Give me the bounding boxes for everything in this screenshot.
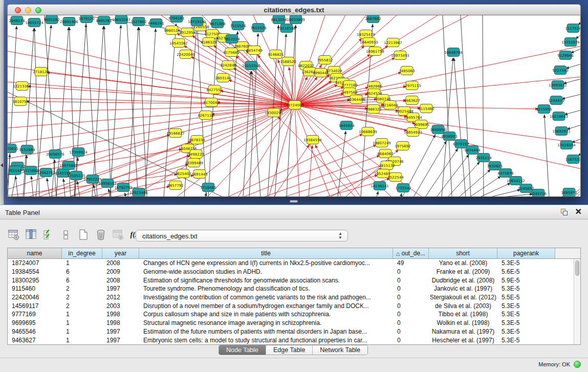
graph-node[interactable]: 10399489 — [185, 159, 203, 167]
graph-node[interactable]: 1117524 — [565, 24, 581, 33]
table-cell[interactable]: 14569117 — [8, 301, 62, 310]
table-cell[interactable]: 18724007 — [8, 259, 62, 268]
table-cell[interactable]: Estimation of significance thresholds fo… — [139, 276, 393, 285]
table-cell[interactable]: Corpus callosum shape and size in male p… — [139, 310, 393, 319]
graph-node[interactable]: 9699695 — [413, 120, 429, 129]
graph-edge[interactable] — [401, 193, 402, 197]
table-cell[interactable]: 18300295 — [8, 276, 62, 285]
graph-node[interactable]: 9151684 — [19, 145, 35, 154]
graph-edge[interactable] — [31, 176, 33, 197]
graph-node[interactable]: 18807249 — [373, 139, 391, 147]
graph-node[interactable]: 8170042 — [203, 98, 219, 107]
graph-node[interactable]: 8267110 — [198, 111, 213, 120]
table-row[interactable]: 1938455462009Genome-wide association stu… — [8, 268, 574, 276]
graph-node[interactable]: 2520655 — [8, 144, 18, 153]
network-view-window[interactable]: citations_edges.txt 18724007183002951938… — [7, 4, 581, 197]
graph-node[interactable]: 1588520 — [280, 57, 296, 66]
table-cell[interactable]: 5.6E-5 — [497, 268, 555, 276]
graph-node[interactable]: 7485063 — [399, 67, 415, 75]
graph-node[interactable]: 8813054 — [271, 15, 287, 24]
graph-node[interactable]: 8938923 — [441, 132, 457, 141]
graph-node[interactable]: 9245716 — [530, 189, 547, 198]
graph-node[interactable]: 8216044 — [382, 101, 398, 110]
table-cell[interactable]: 5.3E-5 — [497, 301, 555, 310]
graph-node[interactable]: 12213363 — [13, 82, 31, 91]
left-panel-collapsed-strip[interactable] — [0, 0, 4, 205]
graph-node[interactable]: 1845924 — [338, 121, 355, 130]
graph-node[interactable]: 9857791 — [167, 181, 183, 190]
graph-node[interactable]: 20891406 — [60, 17, 78, 26]
graph-node[interactable]: 19166827 — [166, 129, 185, 138]
graph-node[interactable]: 1815132 — [379, 161, 395, 170]
graph-node[interactable]: 2687682 — [365, 15, 381, 23]
panel-splitter-handle[interactable] — [290, 200, 298, 203]
table-cell[interactable]: 1 — [62, 259, 102, 268]
graph-edge[interactable] — [252, 71, 260, 197]
table-row[interactable]: 969969511998Structural magnetic resonanc… — [8, 319, 574, 327]
table-cell[interactable]: 1 — [62, 319, 102, 327]
graph-edge[interactable] — [12, 172, 16, 197]
graph-node[interactable]: 16961758 — [366, 47, 384, 56]
graph-node[interactable]: 9474444 — [464, 146, 481, 155]
graph-node[interactable]: 1244419 — [548, 96, 564, 105]
table-cell[interactable]: 1998 — [102, 310, 139, 319]
graph-edge[interactable] — [139, 27, 147, 197]
table-cell[interactable]: Disruption of a novel member of a sodium… — [139, 301, 393, 310]
graph-node[interactable]: 9227343 — [552, 66, 568, 75]
tab-node-table[interactable]: Node Table — [219, 345, 266, 355]
column-header-short[interactable]: short — [429, 248, 497, 258]
table-cell[interactable]: 5.5E-5 — [497, 293, 555, 302]
table-cell[interactable]: Genome-wide association studies in ADHD. — [139, 268, 393, 276]
table-cell[interactable]: 0 — [393, 276, 429, 285]
graph-node[interactable]: 8766161 — [168, 15, 184, 23]
table-cell[interactable]: 6 — [62, 276, 102, 285]
table-row[interactable]: 911546021997Tourette syndrome. Phenomeno… — [8, 285, 574, 293]
table-selector-dropdown[interactable]: citations_edges.txt ▲▼ — [136, 230, 348, 242]
table-cell[interactable]: 1997 — [102, 285, 139, 293]
table-cell[interactable]: de Silva et al. (2003) — [429, 301, 497, 310]
graph-node[interactable]: 16854923 — [404, 128, 422, 137]
graph-edge[interactable] — [92, 26, 103, 197]
graph-node[interactable]: 2718120 — [33, 68, 49, 76]
table-cell[interactable]: 22420046 — [8, 293, 62, 302]
graph-node[interactable]: 1810755 — [12, 97, 28, 106]
graph-node[interactable]: 10975887 — [59, 161, 78, 170]
graph-edge[interactable] — [567, 125, 581, 129]
graph-node[interactable]: 2522544 — [387, 173, 404, 182]
table-scrollbar[interactable] — [574, 259, 580, 344]
table-row[interactable]: 946362711997Embryonic stem cells: a mode… — [8, 336, 574, 344]
table-cell[interactable]: 49 — [393, 259, 429, 268]
graph-node[interactable]: 1733542 — [395, 184, 411, 192]
column-header-title[interactable]: title — [139, 248, 393, 258]
table-row[interactable]: 946554611997Estimation of the future num… — [8, 327, 574, 336]
graph-edge[interactable] — [110, 25, 121, 197]
table-cell[interactable]: 2009 — [102, 268, 139, 276]
graph-edge[interactable] — [448, 162, 480, 197]
graph-edge[interactable] — [295, 105, 361, 197]
graph-node[interactable]: 9498223 — [188, 150, 204, 159]
network-graph[interactable]: 1872400718300295193845549860124891295410… — [8, 15, 581, 197]
graph-node[interactable]: 8186328 — [201, 38, 216, 47]
panel-collapse-arrow-icon[interactable] — [1, 163, 3, 167]
graph-node[interactable]: 7986322 — [365, 105, 381, 114]
graph-node[interactable]: 9242848 — [220, 61, 236, 70]
graph-edge[interactable] — [295, 105, 581, 169]
network-canvas[interactable]: 1872400718300295193845549860124891295410… — [7, 15, 581, 197]
graph-node[interactable]: 8427552 — [206, 85, 222, 94]
close-panel-icon[interactable]: ✕ — [575, 207, 582, 216]
graph-node[interactable]: 1975692 — [395, 142, 410, 150]
show-column-icon[interactable] — [25, 228, 38, 242]
table-cell[interactable]: 9115460 — [8, 285, 62, 293]
graph-node[interactable]: 1527602 — [130, 17, 146, 26]
table-cell[interactable]: 1 — [62, 336, 102, 344]
table-cell[interactable]: 1997 — [102, 336, 139, 344]
graph-edge[interactable] — [461, 15, 471, 197]
table-cell[interactable]: 2003 — [102, 301, 139, 310]
graph-edge[interactable] — [164, 24, 176, 197]
table-cell[interactable]: 6 — [62, 268, 102, 276]
graph-node[interactable]: 14136141 — [371, 182, 389, 190]
graph-node[interactable]: 6466161 — [148, 19, 164, 28]
graph-node[interactable]: 1679120 — [78, 15, 94, 23]
delete-table-icon[interactable] — [112, 228, 125, 242]
graph-edge[interactable] — [490, 190, 520, 197]
